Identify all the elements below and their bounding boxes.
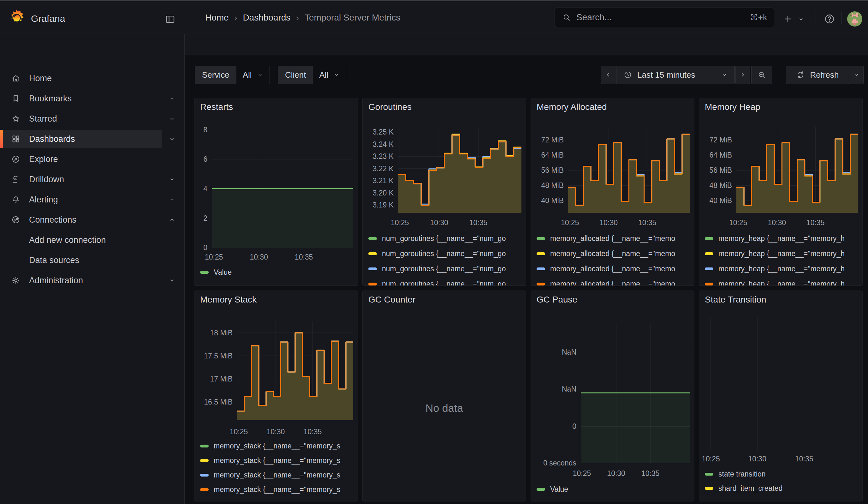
legend-color-pill	[537, 282, 545, 286]
chevron-down-icon[interactable]	[168, 95, 175, 102]
svg-text:10:30: 10:30	[250, 253, 268, 261]
chevron-down-icon[interactable]	[168, 135, 175, 142]
sidebar-item-drilldown[interactable]: Drilldown	[0, 170, 185, 188]
legend-item[interactable]: memory_allocated {__name__="memo	[537, 249, 675, 258]
legend-item[interactable]: state transition	[705, 469, 766, 479]
sidebar-item-bookmarks[interactable]: Bookmarks	[0, 89, 185, 108]
breadcrumb-separator: ›	[235, 13, 237, 23]
refresh-interval-button[interactable]	[849, 66, 864, 84]
legend-label: num_goroutines {__name__="num_go	[382, 280, 506, 286]
panel-gc_counter: GC CounterNo data	[362, 290, 526, 502]
svg-text:17 MiB: 17 MiB	[210, 375, 232, 383]
chevron-up-icon[interactable]	[168, 216, 175, 223]
sidebar-item-connections[interactable]: Connections	[0, 210, 185, 229]
panel-gc_pause: GC PauseNaNNaN00 seconds10:2510:3010:35V…	[530, 290, 694, 502]
zoom-out-button[interactable]	[751, 66, 772, 84]
legend-item[interactable]: memory_allocated {__name__="memo	[537, 279, 675, 286]
variable-filter-service[interactable]: ServiceAll	[195, 66, 270, 84]
sidebar-item-label: Alerting	[29, 195, 58, 205]
panel-memory_allocated: Memory Allocated72 MiB64 MiB56 MiB48 MiB…	[530, 98, 694, 286]
legend-item[interactable]: memory_stack {__name__="memory_s	[200, 485, 340, 494]
legend-item[interactable]: memory_heap {__name__="memory_h	[705, 264, 845, 274]
legend-item[interactable]: memory_stack {__name__="memory_s	[200, 441, 340, 451]
svg-text:10:30: 10:30	[748, 455, 766, 463]
legend-item[interactable]: num_goroutines {__name__="num_go	[368, 279, 506, 286]
sidebar-toggle-icon[interactable]	[165, 14, 175, 25]
refresh-label: Refresh	[810, 70, 839, 80]
chevron-down-icon	[853, 72, 859, 78]
legend-label: memory_allocated {__name__="memo	[550, 280, 675, 286]
grafana-logo[interactable]	[8, 9, 25, 28]
legend-item[interactable]: memory_stack {__name__="memory_s	[200, 456, 340, 465]
refresh-button[interactable]: Refresh	[786, 66, 849, 84]
legend-color-pill	[705, 473, 713, 475]
svg-text:10:35: 10:35	[641, 469, 660, 477]
time-shift-forward-button[interactable]	[735, 66, 750, 84]
legend-item[interactable]: memory_allocated {__name__="memo	[537, 264, 675, 274]
svg-text:10:25: 10:25	[573, 469, 591, 477]
variable-value[interactable]: All	[313, 66, 346, 84]
chevron-left-icon	[605, 71, 612, 78]
panel-memory_heap: Memory Heap72 MiB64 MiB56 MiB48 MiB40 Mi…	[699, 98, 862, 286]
variable-filter-client[interactable]: ClientAll	[278, 66, 346, 84]
time-shift-back-button[interactable]	[601, 66, 616, 84]
legend-color-pill	[705, 237, 713, 240]
legend-item[interactable]: num_goroutines {__name__="num_go	[368, 264, 506, 274]
legend-label: memory_heap {__name__="memory_h	[719, 234, 845, 243]
panel-title[interactable]: GC Counter	[368, 295, 415, 305]
sidebar-item-add-new-connection[interactable]: Add new connection	[0, 231, 185, 249]
legend-item[interactable]: memory_stack {__name__="memory_s	[200, 470, 340, 480]
chevron-down-icon[interactable]	[168, 196, 175, 203]
svg-text:6: 6	[203, 155, 207, 163]
svg-text:10:35: 10:35	[295, 253, 313, 261]
legend-item[interactable]: memory_allocated {__name__="memo	[537, 234, 675, 243]
legend-item[interactable]: num_goroutines {__name__="num_go	[368, 234, 506, 243]
legend-color-pill	[705, 267, 713, 270]
sidebar-item-explore[interactable]: Explore	[0, 150, 185, 168]
search-input[interactable]: Search... ⌘+k	[555, 8, 774, 27]
chevron-down-icon[interactable]	[168, 176, 175, 183]
chart-gc_pause[interactable]: NaNNaN00 seconds10:2510:3010:35	[531, 291, 694, 502]
legend-item[interactable]: memory_heap {__name__="memory_h	[705, 249, 845, 258]
chevron-down-icon[interactable]	[168, 115, 175, 122]
sidebar-item-starred[interactable]: Starred	[0, 110, 185, 128]
home-icon	[11, 74, 21, 83]
legend-item[interactable]: shard_item_created	[705, 483, 783, 493]
svg-text:3.24 K: 3.24 K	[373, 140, 394, 148]
sidebar-item-alerting[interactable]: Alerting	[0, 191, 185, 209]
avatar[interactable]	[847, 11, 862, 27]
svg-text:10:35: 10:35	[795, 455, 813, 463]
chart-restarts[interactable]: 8642010:2510:3010:35	[194, 98, 358, 286]
legend-item[interactable]: Value	[537, 484, 568, 494]
chevron-down-icon[interactable]	[168, 277, 175, 284]
sidebar: HomeBookmarksStarredDashboardsExploreDri…	[0, 34, 185, 504]
legend-label: num_goroutines {__name__="num_go	[382, 234, 506, 243]
svg-text:40 MiB: 40 MiB	[709, 196, 732, 205]
link-icon	[11, 215, 21, 225]
sidebar-item-data-sources[interactable]: Data sources	[0, 251, 185, 269]
sidebar-item-label: Connections	[29, 215, 76, 225]
sidebar-item-dashboards[interactable]: Dashboards	[0, 130, 185, 148]
sidebar-item-home[interactable]: Home	[0, 69, 185, 88]
time-range-picker[interactable]: Last 15 minutes	[616, 66, 735, 84]
selected-highlight	[0, 130, 162, 148]
add-new-icon[interactable]	[783, 14, 793, 24]
breadcrumb-dashboards[interactable]: Dashboards	[243, 13, 290, 23]
svg-text:3.21 K: 3.21 K	[373, 176, 394, 185]
svg-text:2: 2	[203, 214, 207, 222]
add-new-chevron-icon[interactable]	[798, 16, 804, 22]
legend-item[interactable]: memory_heap {__name__="memory_h	[705, 279, 845, 286]
chart-memory_stack[interactable]: 18 MiB17.5 MiB17 MiB16.5 MiB10:2510:3010…	[194, 291, 358, 502]
bookmark-icon	[11, 94, 21, 103]
breadcrumb-home[interactable]: Home	[205, 13, 229, 23]
legend-item[interactable]: Value	[200, 267, 232, 277]
variable-value[interactable]: All	[236, 66, 270, 84]
help-icon[interactable]	[824, 13, 835, 25]
svg-text:0: 0	[572, 422, 576, 430]
sidebar-item-administration[interactable]: Administration	[0, 271, 185, 290]
legend-item[interactable]: memory_heap {__name__="memory_h	[705, 234, 845, 243]
legend-item[interactable]: num_goroutines {__name__="num_go	[368, 249, 506, 258]
grid-icon	[11, 134, 21, 144]
svg-text:10:25: 10:25	[230, 428, 248, 436]
dashboard-toolbar: Edit Export Share	[185, 34, 868, 55]
